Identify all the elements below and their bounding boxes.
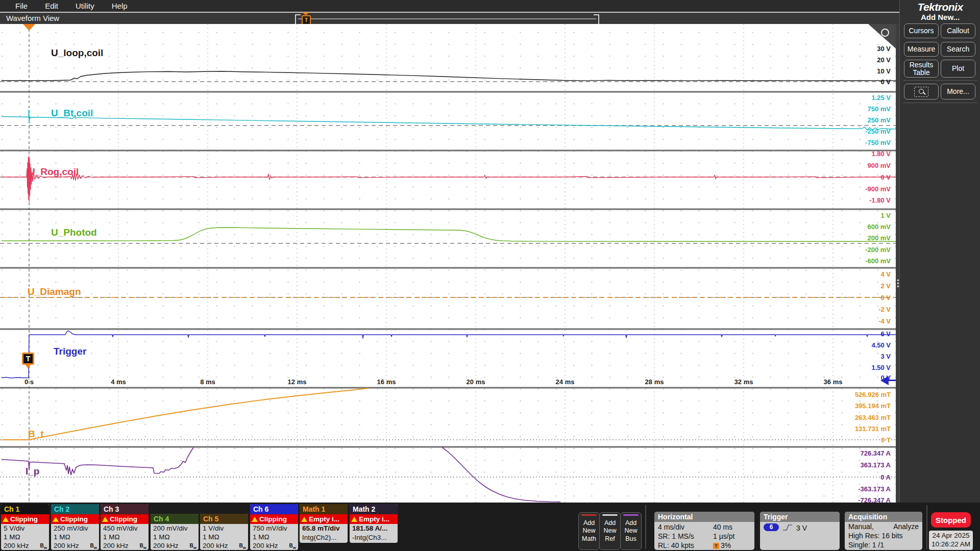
warning-text: Clipping [259,514,287,524]
clipping-warning: Clipping [101,514,149,524]
callout-button[interactable]: Callout [941,23,975,38]
zoom-select-icon [914,87,928,97]
warning-icon [53,517,59,522]
channel-setting-row: 200 kHzBw [101,541,149,550]
menu-item-utility[interactable]: Utility [74,2,96,10]
bandwidth-limit-icon: Bw [190,541,197,550]
acquisition-single: Single: 1 /1 [845,540,922,549]
run-stop-button[interactable]: Stopped [931,512,971,528]
add-new-math-button[interactable]: AddNewMath [578,512,600,550]
waveform-plot[interactable]: T 30 V20 V10 V0 VU_loop,coilC 120 V1.25 … [0,24,896,503]
trace-c6 [2,331,896,379]
add-new-bus-button[interactable]: AddNewBus [620,512,642,550]
axis-label: 726.347 A [860,449,891,457]
warning-text: Clipping [10,514,38,524]
trigger-marker-tail-icon [26,365,31,368]
trigger-panel[interactable]: Trigger 6 3 V [760,512,840,550]
channel-name-label: U_Rog,coil [28,166,79,178]
axis-label: -750 mV [865,139,891,146]
rising-edge-icon [782,523,793,532]
axis-label: 0 V [880,78,891,86]
axis-label: 10 V [877,67,891,75]
trigger-position-caret-icon[interactable] [23,24,35,31]
horizontal-panel[interactable]: Horizontal 4 ms/div40 msSR: 1 MS/s1 µs/p… [654,512,754,550]
bandwidth-limit-icon: Bw [239,541,246,550]
channel-settings-ch2[interactable]: Ch 2Clipping250 mV/div1 MΩ200 kHzBw [51,504,99,550]
axis-label: 4.50 V [871,341,891,349]
channel-setting-row: -Intg(Ch3... [350,533,398,542]
axis-label: 4 V [880,270,891,278]
menu-item-edit[interactable]: Edit [43,2,60,10]
axis-label: 395.194 mT [855,402,891,410]
trigger-marker[interactable]: T [22,353,34,365]
plot-button[interactable]: Plot [941,60,975,78]
search-button[interactable]: Search [941,42,975,57]
button-stripe [581,514,597,516]
waveform-canvas[interactable] [0,24,896,503]
bandwidth-limit-icon: Bw [40,541,47,550]
menu-item-help[interactable]: Help [110,2,130,10]
trigger-panel-title: Trigger [760,512,840,522]
trace-c4 [2,228,896,241]
warning-icon [301,517,307,522]
button-label-line: Add [625,519,636,528]
channel-setting-row: 200 kHzBw [151,541,199,550]
trace-m1 [2,388,369,440]
trace-c1 [2,71,896,81]
warning-text: Empty i... [309,514,339,524]
axis-label: 750 mV [867,105,891,113]
menu-bar: FileEditUtilityHelp [0,0,980,12]
channel-setting-row: 200 kHzBw [51,541,99,550]
measure-button[interactable]: Measure [904,42,939,57]
horizontal-overview-bar[interactable]: T [295,14,599,23]
channel-settings-ch5[interactable]: Ch 51 V/div1 MΩ200 kHzBw [200,514,248,550]
axis-label: -600 mV [865,257,891,265]
button-label-line: Math [582,535,596,543]
channel-header: Ch 6 [250,504,298,514]
channel-settings-ch4[interactable]: Ch 4200 mV/div1 MΩ200 kHzBw [151,514,199,550]
splitter-handle-icon: ••• [897,279,899,288]
channel-settings-ch3[interactable]: Ch 3Clipping450 mV/div1 MΩ200 kHzBw [101,504,149,550]
add-new-ref-button[interactable]: AddNewRef [599,512,621,550]
trigger-level-value: 3 V [796,523,807,533]
axis-label: 1.25 V [871,94,891,102]
overview-right-bracket[interactable] [594,14,599,25]
channel-name-label: U_Photod [51,227,97,238]
bottom-divider-1 [645,505,646,549]
channel-setting-row: 1 MΩ [101,533,149,541]
channel-settings-ch6[interactable]: Ch 6Clipping750 mV/div1 MΩ200 kHzBw [250,504,298,550]
time-axis-label: 20 ms [467,378,485,386]
channel-settings-math1[interactable]: Math 1Empty i...65.8 mT/divIntg(Ch2)... [300,504,348,543]
axis-label: 1.50 V [871,364,891,371]
axis-label: 1 V [880,212,891,219]
axis-label: 20 V [877,56,891,64]
results-table-button[interactable]: Results Table [904,60,939,78]
channel-setting-row: 1 V/div [200,524,248,533]
acquisition-panel[interactable]: Acquisition Manual, Analyze High Res: 16… [845,512,922,550]
channel-header: Math 1 [300,504,348,514]
axis-label: 3 V [880,353,891,360]
axis-label: 0 T [881,436,891,444]
overview-left-bracket[interactable] [295,14,301,25]
bandwidth-limit-icon: Bw [140,541,146,550]
channel-name-label: U_Diamagn [28,286,81,297]
axis-label: 1.80 V [871,150,891,158]
channel-settings-math2[interactable]: Math 2Empty i...181.58 A/...-Intg(Ch3... [350,504,398,543]
zoom-select-button[interactable] [904,84,939,99]
time-axis-label: 24 ms [556,378,575,386]
cursors-button[interactable]: Cursors [904,23,939,38]
clipping-warning: Empty i... [350,514,398,524]
channel-setting-row: 5 V/div [1,524,49,533]
trigger-t-icon: T [22,353,34,365]
horizontal-row: RL: 40 kptsT3% [654,541,754,550]
time-axis-label: 36 ms [824,378,843,386]
menu-item-file[interactable]: File [13,2,30,10]
clipping-warning: Clipping [51,514,99,524]
channel-setting-row: 200 mV/div [151,524,199,533]
channel-settings-ch1[interactable]: Ch 1Clipping5 V/div1 MΩ200 kHzBw [1,504,49,550]
axis-label: 2 V [880,282,891,290]
datetime-box: 24 Apr 2025 10:26:22 AM [929,531,973,550]
more-button[interactable]: More... [941,84,975,99]
button-label-line: Bus [625,535,636,543]
trace-m2 [2,447,560,502]
